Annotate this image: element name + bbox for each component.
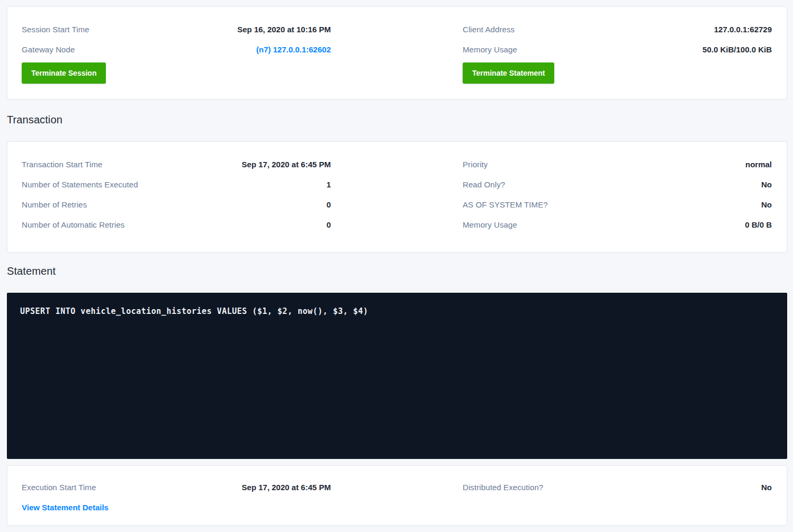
view-statement-details-link[interactable]: View Statement Details — [22, 503, 109, 512]
session-memory-usage-value: 50.0 KiB/100.0 KiB — [702, 45, 772, 54]
spacer — [7, 459, 787, 465]
transaction-card-right-column: Priority normal Read Only? No AS OF SYST… — [463, 154, 772, 233]
gateway-node-label: Gateway Node — [22, 45, 75, 54]
automatic-retries-label: Number of Automatic Retries — [22, 220, 124, 229]
client-address-value: 127.0.0.1:62729 — [714, 25, 772, 34]
distributed-execution-label: Distributed Execution? — [463, 483, 543, 492]
distributed-execution-value: No — [761, 483, 772, 492]
session-start-time-row: Session Start Time Sep 16, 2020 at 10:16… — [22, 19, 331, 39]
priority-value: normal — [745, 160, 772, 169]
terminate-statement-button[interactable]: Terminate Statement — [463, 62, 554, 84]
gateway-node-row: Gateway Node (n7) 127.0.0.1:62602 — [22, 39, 331, 59]
client-address-row: Client Address 127.0.0.1:62729 — [463, 19, 772, 39]
transaction-card: Transaction Start Time Sep 17, 2020 at 6… — [7, 141, 787, 253]
as-of-system-time-value: No — [761, 200, 772, 209]
session-card-left-column: Session Start Time Sep 16, 2020 at 10:16… — [22, 19, 331, 83]
session-start-time-value: Sep 16, 2020 at 10:16 PM — [237, 25, 331, 34]
priority-label: Priority — [463, 160, 488, 169]
session-memory-usage-label: Memory Usage — [463, 45, 517, 54]
read-only-value: No — [761, 180, 772, 189]
automatic-retries-value: 0 — [327, 220, 331, 229]
retries-label: Number of Retries — [22, 200, 87, 209]
execution-start-time-row: Execution Start Time Sep 17, 2020 at 6:4… — [22, 477, 331, 497]
transaction-section-heading: Transaction — [7, 113, 787, 126]
priority-row: Priority normal — [463, 154, 772, 174]
as-of-system-time-row: AS OF SYSTEM TIME? No — [463, 194, 772, 214]
read-only-row: Read Only? No — [463, 174, 772, 194]
session-start-time-label: Session Start Time — [22, 25, 89, 34]
transaction-start-time-row: Transaction Start Time Sep 17, 2020 at 6… — [22, 154, 331, 174]
gateway-node-link[interactable]: (n7) 127.0.0.1:62602 — [256, 45, 331, 54]
session-card-right-column: Client Address 127.0.0.1:62729 Memory Us… — [463, 19, 772, 83]
session-memory-usage-row: Memory Usage 50.0 KiB/100.0 KiB — [463, 39, 772, 59]
client-address-label: Client Address — [463, 25, 515, 34]
automatic-retries-row: Number of Automatic Retries 0 — [22, 214, 331, 235]
view-statement-details-row: View Statement Details — [22, 497, 331, 517]
session-details-page: Session Start Time Sep 16, 2020 at 10:16… — [0, 0, 793, 526]
retries-row: Number of Retries 0 — [22, 194, 331, 214]
transaction-memory-usage-label: Memory Usage — [463, 220, 517, 229]
execution-card-right-column: Distributed Execution? No — [463, 477, 772, 516]
as-of-system-time-label: AS OF SYSTEM TIME? — [463, 200, 548, 209]
transaction-memory-usage-value: 0 B/0 B — [745, 220, 772, 229]
read-only-label: Read Only? — [463, 180, 505, 189]
transaction-memory-usage-row: Memory Usage 0 B/0 B — [463, 214, 772, 235]
retries-value: 0 — [327, 200, 331, 209]
terminate-session-button[interactable]: Terminate Session — [22, 62, 106, 84]
execution-card-left-column: Execution Start Time Sep 17, 2020 at 6:4… — [22, 477, 331, 516]
statements-executed-value: 1 — [327, 180, 331, 189]
statement-sql-box: UPSERT INTO vehicle_location_histories V… — [7, 293, 787, 459]
statement-sql-text: UPSERT INTO vehicle_location_histories V… — [20, 305, 774, 317]
transaction-start-time-label: Transaction Start Time — [22, 160, 103, 169]
transaction-start-time-value: Sep 17, 2020 at 6:45 PM — [242, 160, 331, 169]
session-summary-card: Session Start Time Sep 16, 2020 at 10:16… — [7, 6, 787, 100]
execution-start-time-label: Execution Start Time — [22, 483, 96, 492]
statements-executed-label: Number of Statements Executed — [22, 180, 138, 189]
execution-details-card: Execution Start Time Sep 17, 2020 at 6:4… — [7, 465, 787, 526]
statements-executed-row: Number of Statements Executed 1 — [22, 174, 331, 194]
transaction-card-left-column: Transaction Start Time Sep 17, 2020 at 6… — [22, 154, 331, 233]
distributed-execution-row: Distributed Execution? No — [463, 477, 772, 497]
execution-start-time-value: Sep 17, 2020 at 6:45 PM — [242, 483, 331, 492]
statement-section-heading: Statement — [7, 265, 787, 277]
